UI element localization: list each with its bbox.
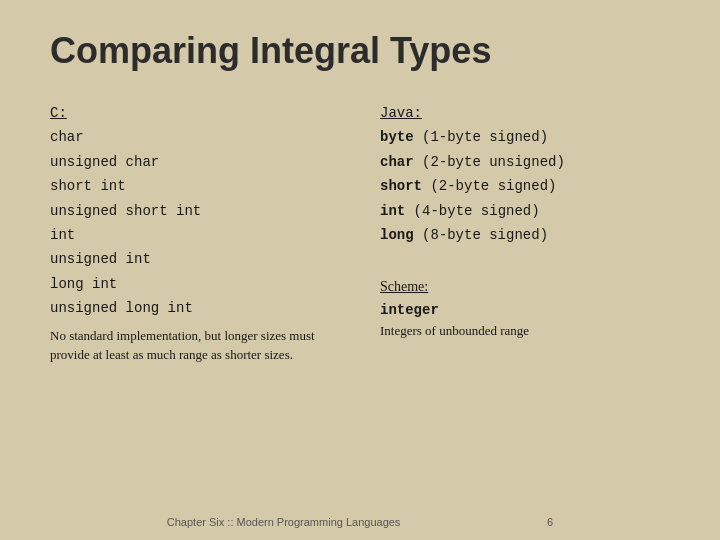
java-line-5: long (8-byte signed) [380, 224, 670, 246]
c-line-5: int [50, 224, 340, 246]
java-line-4: int (4-byte signed) [380, 200, 670, 222]
scheme-desc: Integers of unbounded range [380, 321, 670, 342]
c-line-8: unsigned long int [50, 297, 340, 319]
right-column: Java: byte (1-byte signed) char (2-byte … [380, 102, 670, 342]
content-area: C: char unsigned char short int unsigned… [50, 102, 670, 365]
c-line-3: short int [50, 175, 340, 197]
c-line-4: unsigned short int [50, 200, 340, 222]
c-line-6: unsigned int [50, 248, 340, 270]
c-line-2: unsigned char [50, 151, 340, 173]
footer-text: Chapter Six :: Modern Programming Langua… [0, 516, 720, 528]
c-note: No standard implementation, but longer s… [50, 326, 340, 365]
footer-page: 6 [547, 516, 553, 528]
scheme-section: Scheme: integer Integers of unbounded ra… [380, 276, 670, 342]
java-line-2: char (2-byte unsigned) [380, 151, 670, 173]
slide: Comparing Integral Types C: char unsigne… [0, 0, 720, 540]
footer-label: Chapter Six :: Modern Programming Langua… [167, 516, 401, 528]
scheme-label: Scheme: [380, 276, 670, 298]
slide-title: Comparing Integral Types [50, 30, 670, 72]
java-line-1: byte (1-byte signed) [380, 126, 670, 148]
c-label: C: [50, 102, 340, 124]
java-line-3: short (2-byte signed) [380, 175, 670, 197]
scheme-keyword: integer [380, 299, 670, 321]
java-label: Java: [380, 102, 670, 124]
left-column: C: char unsigned char short int unsigned… [50, 102, 340, 365]
c-line-1: char [50, 126, 340, 148]
java-section: Java: byte (1-byte signed) char (2-byte … [380, 102, 670, 246]
c-line-7: long int [50, 273, 340, 295]
